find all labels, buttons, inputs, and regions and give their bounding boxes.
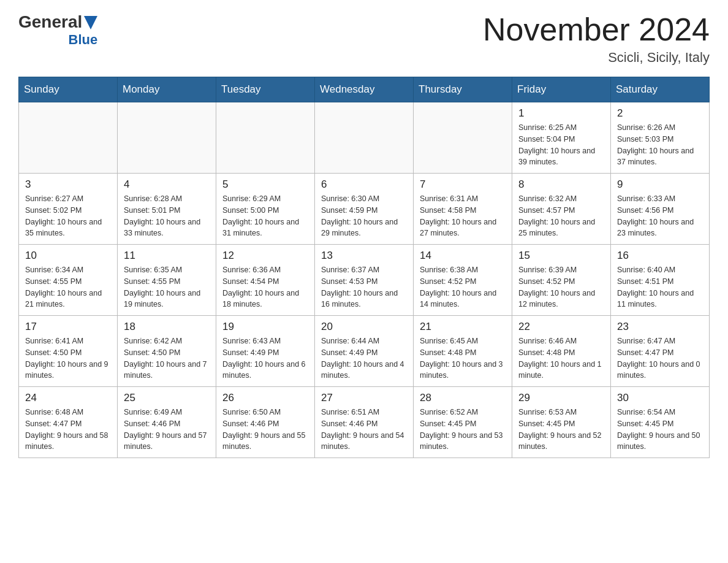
calendar-day-cell (118, 102, 216, 174)
calendar-day-cell: 15Sunrise: 6:39 AMSunset: 4:52 PMDayligh… (512, 245, 611, 316)
day-info: Sunrise: 6:30 AMSunset: 4:59 PMDaylight:… (321, 193, 407, 239)
calendar-week-row: 1Sunrise: 6:25 AMSunset: 5:04 PMDaylight… (19, 102, 710, 174)
day-number: 12 (222, 250, 308, 262)
page-header: General Blue November 2024 Scicli, Sicil… (18, 12, 710, 66)
calendar-day-cell (414, 102, 512, 174)
calendar-day-cell (19, 102, 118, 174)
day-number: 8 (518, 178, 604, 191)
day-info: Sunrise: 6:25 AMSunset: 5:04 PMDaylight:… (518, 122, 604, 168)
day-number: 19 (222, 321, 308, 333)
day-info: Sunrise: 6:27 AMSunset: 5:02 PMDaylight:… (25, 193, 111, 239)
day-number: 29 (518, 392, 604, 404)
day-number: 2 (617, 107, 703, 120)
calendar-day-cell (315, 102, 414, 174)
day-info: Sunrise: 6:41 AMSunset: 4:50 PMDaylight:… (25, 335, 111, 381)
calendar-day-cell: 1Sunrise: 6:25 AMSunset: 5:04 PMDaylight… (512, 102, 611, 174)
day-info: Sunrise: 6:54 AMSunset: 4:45 PMDaylight:… (617, 407, 703, 453)
calendar-day-cell: 24Sunrise: 6:48 AMSunset: 4:47 PMDayligh… (19, 387, 118, 458)
calendar-day-cell: 2Sunrise: 6:26 AMSunset: 5:03 PMDaylight… (611, 102, 710, 174)
day-number: 10 (25, 250, 111, 262)
calendar-day-cell: 26Sunrise: 6:50 AMSunset: 4:46 PMDayligh… (216, 387, 315, 458)
calendar-day-cell: 7Sunrise: 6:31 AMSunset: 4:58 PMDaylight… (414, 174, 512, 245)
calendar-week-row: 24Sunrise: 6:48 AMSunset: 4:47 PMDayligh… (19, 387, 710, 458)
calendar-week-row: 3Sunrise: 6:27 AMSunset: 5:02 PMDaylight… (19, 174, 710, 245)
day-info: Sunrise: 6:43 AMSunset: 4:49 PMDaylight:… (222, 335, 308, 381)
calendar-day-cell: 19Sunrise: 6:43 AMSunset: 4:49 PMDayligh… (216, 316, 315, 387)
day-number: 6 (321, 178, 407, 191)
calendar-day-cell: 16Sunrise: 6:40 AMSunset: 4:51 PMDayligh… (611, 245, 710, 316)
calendar-day-cell: 8Sunrise: 6:32 AMSunset: 4:57 PMDaylight… (512, 174, 611, 245)
calendar-day-cell: 4Sunrise: 6:28 AMSunset: 5:01 PMDaylight… (118, 174, 216, 245)
day-info: Sunrise: 6:36 AMSunset: 4:54 PMDaylight:… (222, 264, 308, 310)
day-of-week-header: Friday (512, 77, 611, 102)
day-info: Sunrise: 6:45 AMSunset: 4:48 PMDaylight:… (420, 335, 506, 381)
calendar-body: 1Sunrise: 6:25 AMSunset: 5:04 PMDaylight… (19, 102, 710, 458)
calendar-day-cell: 9Sunrise: 6:33 AMSunset: 4:56 PMDaylight… (611, 174, 710, 245)
day-number: 3 (25, 178, 111, 191)
day-info: Sunrise: 6:35 AMSunset: 4:55 PMDaylight:… (124, 264, 210, 310)
day-number: 11 (124, 250, 210, 262)
logo: General Blue (18, 12, 97, 48)
day-info: Sunrise: 6:26 AMSunset: 5:03 PMDaylight:… (617, 122, 703, 168)
day-info: Sunrise: 6:53 AMSunset: 4:45 PMDaylight:… (518, 407, 604, 453)
calendar-day-cell: 14Sunrise: 6:38 AMSunset: 4:52 PMDayligh… (414, 245, 512, 316)
day-number: 17 (25, 321, 111, 333)
day-number: 9 (617, 178, 703, 191)
calendar-day-cell: 23Sunrise: 6:47 AMSunset: 4:47 PMDayligh… (611, 316, 710, 387)
header-row: SundayMondayTuesdayWednesdayThursdayFrid… (19, 77, 710, 102)
calendar-day-cell: 27Sunrise: 6:51 AMSunset: 4:46 PMDayligh… (315, 387, 414, 458)
calendar-day-cell: 10Sunrise: 6:34 AMSunset: 4:55 PMDayligh… (19, 245, 118, 316)
day-number: 13 (321, 250, 407, 262)
day-number: 24 (25, 392, 111, 404)
day-info: Sunrise: 6:44 AMSunset: 4:49 PMDaylight:… (321, 335, 407, 381)
calendar-day-cell: 25Sunrise: 6:49 AMSunset: 4:46 PMDayligh… (118, 387, 216, 458)
svg-marker-0 (84, 16, 97, 29)
logo-triangle-icon (84, 16, 97, 29)
day-info: Sunrise: 6:38 AMSunset: 4:52 PMDaylight:… (420, 264, 506, 310)
calendar-day-cell: 5Sunrise: 6:29 AMSunset: 5:00 PMDaylight… (216, 174, 315, 245)
day-info: Sunrise: 6:33 AMSunset: 4:56 PMDaylight:… (617, 193, 703, 239)
day-number: 5 (222, 178, 308, 191)
calendar-subtitle: Scicli, Sicily, Italy (483, 50, 710, 66)
day-number: 30 (617, 392, 703, 404)
day-info: Sunrise: 6:37 AMSunset: 4:53 PMDaylight:… (321, 264, 407, 310)
calendar-day-cell: 28Sunrise: 6:52 AMSunset: 4:45 PMDayligh… (414, 387, 512, 458)
day-number: 28 (420, 392, 506, 404)
calendar-day-cell: 6Sunrise: 6:30 AMSunset: 4:59 PMDaylight… (315, 174, 414, 245)
day-info: Sunrise: 6:47 AMSunset: 4:47 PMDaylight:… (617, 335, 703, 381)
day-info: Sunrise: 6:52 AMSunset: 4:45 PMDaylight:… (420, 407, 506, 453)
day-info: Sunrise: 6:28 AMSunset: 5:01 PMDaylight:… (124, 193, 210, 239)
day-number: 27 (321, 392, 407, 404)
day-of-week-header: Sunday (19, 77, 118, 102)
day-number: 7 (420, 178, 506, 191)
day-of-week-header: Tuesday (216, 77, 315, 102)
calendar-header: SundayMondayTuesdayWednesdayThursdayFrid… (19, 77, 710, 102)
calendar-day-cell: 13Sunrise: 6:37 AMSunset: 4:53 PMDayligh… (315, 245, 414, 316)
day-info: Sunrise: 6:29 AMSunset: 5:00 PMDaylight:… (222, 193, 308, 239)
calendar-day-cell: 30Sunrise: 6:54 AMSunset: 4:45 PMDayligh… (611, 387, 710, 458)
day-number: 21 (420, 321, 506, 333)
day-number: 25 (124, 392, 210, 404)
day-number: 18 (124, 321, 210, 333)
calendar-day-cell: 22Sunrise: 6:46 AMSunset: 4:48 PMDayligh… (512, 316, 611, 387)
calendar-day-cell: 20Sunrise: 6:44 AMSunset: 4:49 PMDayligh… (315, 316, 414, 387)
calendar-day-cell: 18Sunrise: 6:42 AMSunset: 4:50 PMDayligh… (118, 316, 216, 387)
day-of-week-header: Wednesday (315, 77, 414, 102)
day-info: Sunrise: 6:31 AMSunset: 4:58 PMDaylight:… (420, 193, 506, 239)
day-number: 22 (518, 321, 604, 333)
day-info: Sunrise: 6:51 AMSunset: 4:46 PMDaylight:… (321, 407, 407, 453)
day-of-week-header: Saturday (611, 77, 710, 102)
calendar-day-cell: 12Sunrise: 6:36 AMSunset: 4:54 PMDayligh… (216, 245, 315, 316)
day-number: 20 (321, 321, 407, 333)
calendar-week-row: 17Sunrise: 6:41 AMSunset: 4:50 PMDayligh… (19, 316, 710, 387)
day-number: 26 (222, 392, 308, 404)
day-info: Sunrise: 6:42 AMSunset: 4:50 PMDaylight:… (124, 335, 210, 381)
day-number: 4 (124, 178, 210, 191)
day-number: 23 (617, 321, 703, 333)
calendar-title: November 2024 (483, 12, 710, 47)
logo-general-text: General (18, 12, 82, 32)
day-info: Sunrise: 6:40 AMSunset: 4:51 PMDaylight:… (617, 264, 703, 310)
calendar-day-cell: 29Sunrise: 6:53 AMSunset: 4:45 PMDayligh… (512, 387, 611, 458)
day-of-week-header: Thursday (414, 77, 512, 102)
day-info: Sunrise: 6:48 AMSunset: 4:47 PMDaylight:… (25, 407, 111, 453)
